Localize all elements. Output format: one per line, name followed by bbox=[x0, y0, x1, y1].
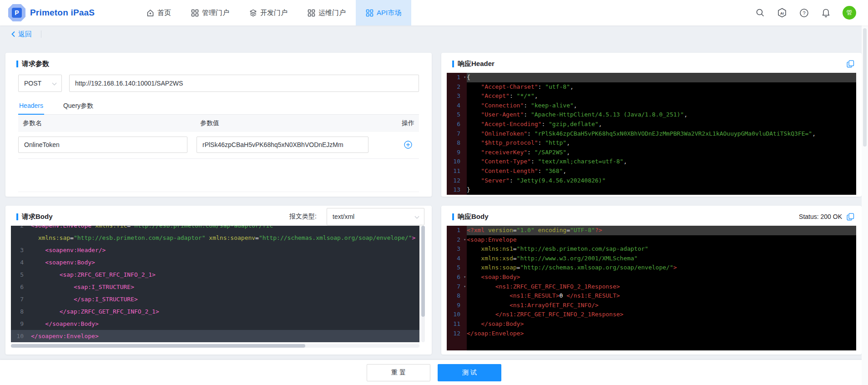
reset-button[interactable]: 重 置 bbox=[367, 364, 430, 381]
bell-icon[interactable] bbox=[821, 8, 831, 18]
code-line: 3 "Accept": "*/*", bbox=[447, 91, 856, 101]
col-header-value: 参数值 bbox=[200, 119, 382, 127]
response-header-panel: 响应Header 1▾{2 "Accept-Charset": "utf-8",… bbox=[441, 53, 862, 197]
fold-arrow-icon[interactable]: ▾ bbox=[464, 235, 466, 245]
vertical-scrollbar[interactable] bbox=[421, 226, 425, 342]
code-line: 9 </soapenv:Body> bbox=[11, 318, 419, 330]
code-line: 6▾ <soap:Body> bbox=[447, 273, 856, 282]
tab-Query参数[interactable]: Query参数 bbox=[62, 98, 94, 114]
plus-circle-icon bbox=[404, 141, 412, 149]
nav-item-API市场[interactable]: API市场 bbox=[356, 0, 411, 25]
code-line: 9 <ns1:ArrayOfET_RFC_INFO/> bbox=[447, 301, 856, 310]
page-scrollbar[interactable] bbox=[862, 25, 868, 385]
code-line: 5 xmlns:soap="http://schemas.xmlsoap.org… bbox=[447, 263, 856, 273]
code-line: 5 "User-Agent": "Apache-HttpClient/4.5.1… bbox=[447, 110, 856, 120]
http-method-select[interactable]: POST bbox=[18, 75, 62, 92]
nav-item-label: 运维门户 bbox=[318, 9, 346, 17]
back-button[interactable]: 返回 bbox=[11, 30, 32, 39]
code-line: 5 <sap:ZRFC_GET_RFC_INFO_2_1> bbox=[11, 268, 419, 281]
nav-item-运维门户[interactable]: 运维门户 bbox=[298, 0, 356, 25]
logo-letter: P bbox=[12, 8, 22, 18]
fold-arrow-icon[interactable]: ▾ bbox=[464, 273, 466, 282]
divider bbox=[18, 192, 419, 192]
response-header-code[interactable]: 1▾{2 "Accept-Charset": "utf-8",3 "Accept… bbox=[447, 73, 856, 195]
table-header-row: 参数名 参数值 操作 bbox=[18, 115, 419, 132]
main-nav: 首页管理门户开发门户运维门户API市场 bbox=[136, 0, 411, 25]
col-header-operation: 操作 bbox=[397, 119, 419, 127]
code-line: 4 <soapenv:Body> bbox=[11, 256, 419, 268]
add-param-button[interactable] bbox=[397, 141, 419, 149]
code-line: 3 xmlns:ns1="http://esb.primeton.com/sap… bbox=[447, 244, 856, 254]
message-type-select[interactable]: text/xml bbox=[327, 208, 424, 225]
test-button[interactable]: 测 试 bbox=[438, 364, 501, 381]
code-line: xmlns:sap="http://esb.primeton.com/sap-a… bbox=[11, 232, 419, 244]
status-badge: Status: 200 OK bbox=[799, 213, 842, 220]
code-line: 1▾{ bbox=[447, 73, 856, 82]
top-bar: P Primeton iPaaS 首页管理门户开发门户运维门户API市场 AI … bbox=[0, 0, 868, 25]
back-label: 返回 bbox=[18, 30, 32, 39]
nav-item-管理门户[interactable]: 管理门户 bbox=[181, 0, 239, 25]
chevron-left-icon bbox=[11, 31, 15, 37]
svg-text:?: ? bbox=[802, 10, 805, 15]
code-line: 12</soap:Envelope> bbox=[447, 329, 856, 339]
copy-button[interactable] bbox=[847, 60, 854, 68]
code-line: 1<?xml version="1.0" encoding="UTF-8"?> bbox=[447, 226, 856, 235]
nav-item-label: 管理门户 bbox=[202, 9, 229, 17]
ai-assistant-icon[interactable]: AI bbox=[777, 8, 787, 18]
nav-item-label: 开发门户 bbox=[260, 9, 288, 17]
code-line: 2 "Accept-Charset": "utf-8", bbox=[447, 82, 856, 92]
nav-item-开发门户[interactable]: 开发门户 bbox=[239, 0, 298, 25]
response-body-code[interactable]: 1<?xml version="1.0" encoding="UTF-8"?>2… bbox=[447, 226, 856, 350]
code-line: 2▾<soap:Envelope bbox=[447, 235, 856, 245]
request-body-panel: 请求Body 报文类型: text/xml 2<soapenv:Envelope… bbox=[5, 206, 432, 355]
request-params-panel: 请求参数 POST HeadersQuery参数 参数名 参数值 操作 bbox=[5, 53, 432, 197]
code-line: 2<soapenv:Envelope xmlns:fic="http://esb… bbox=[11, 226, 419, 232]
code-line: 10</soapenv:Envelope> bbox=[11, 330, 419, 342]
code-line: 11 </soap:Body> bbox=[447, 319, 856, 329]
code-line: 8 "$http_protocol": "http", bbox=[447, 138, 856, 148]
code-line: 11 "Content-Length": "368", bbox=[447, 167, 856, 176]
divider bbox=[41, 30, 41, 38]
message-type-label: 报文类型: bbox=[289, 213, 317, 221]
fold-arrow-icon[interactable]: ▾ bbox=[464, 282, 466, 292]
search-icon[interactable] bbox=[755, 8, 765, 18]
message-type-value: text/xml bbox=[333, 213, 354, 220]
request-body-code[interactable]: 2<soapenv:Envelope xmlns:fic="http://esb… bbox=[11, 226, 419, 342]
code-line: 4 xmlns:xsd="http://www.w3.org/2001/XMLS… bbox=[447, 254, 856, 263]
code-line: 12 "Server": "Jetty(9.4.56.v20240826)" bbox=[447, 176, 856, 186]
copy-icon bbox=[847, 60, 854, 68]
grid-icon bbox=[366, 9, 373, 17]
home-icon bbox=[146, 9, 154, 17]
param-value-input[interactable] bbox=[197, 137, 368, 153]
response-body-panel: 响应Body Status: 200 OK 1<?xml version="1.… bbox=[441, 206, 862, 355]
layers-icon bbox=[249, 9, 257, 17]
code-line: 10 "Content-Type": "text/xml;charset=utf… bbox=[447, 157, 856, 167]
col-header-name: 参数名 bbox=[18, 119, 200, 127]
tab-Headers[interactable]: Headers bbox=[18, 98, 44, 115]
back-row: 返回 bbox=[11, 27, 41, 41]
nav-item-label: 首页 bbox=[157, 9, 171, 17]
help-icon[interactable]: ? bbox=[799, 8, 809, 18]
grid-icon bbox=[191, 9, 199, 17]
copy-button[interactable] bbox=[847, 213, 854, 221]
brand-name: Primeton iPaaS bbox=[30, 8, 95, 18]
fold-arrow-icon[interactable]: ▾ bbox=[464, 73, 466, 82]
code-line: 7▾ <ns1:ZRFC_GET_RFC_INFO_2_1Response> bbox=[447, 282, 856, 292]
param-name-input[interactable] bbox=[18, 137, 187, 153]
params-table: 参数名 参数值 操作 bbox=[18, 115, 419, 159]
panel-title: 响应Header bbox=[452, 60, 495, 68]
panel-title: 请求Body bbox=[16, 213, 53, 221]
code-line: 8 <ns1:E_RESULT>0 </ns1:E_RESULT> bbox=[447, 291, 856, 301]
code-line: 6 "Accept-Encoding": "gzip,deflate", bbox=[447, 120, 856, 129]
primeton-logo-icon: P bbox=[8, 4, 25, 21]
code-line: 7 </sap:I_STRUCTURE> bbox=[11, 293, 419, 305]
code-line: 4 "Connection": "keep-alive", bbox=[447, 101, 856, 111]
user-avatar[interactable]: 管 bbox=[843, 6, 856, 20]
chevron-down-icon bbox=[52, 81, 57, 86]
nav-item-首页[interactable]: 首页 bbox=[136, 0, 181, 25]
horizontal-scrollbar[interactable] bbox=[11, 344, 419, 348]
url-input[interactable] bbox=[69, 75, 419, 92]
nav-item-label: API市场 bbox=[377, 9, 401, 17]
svg-text:AI: AI bbox=[780, 11, 784, 15]
code-line: 13} bbox=[447, 185, 856, 195]
